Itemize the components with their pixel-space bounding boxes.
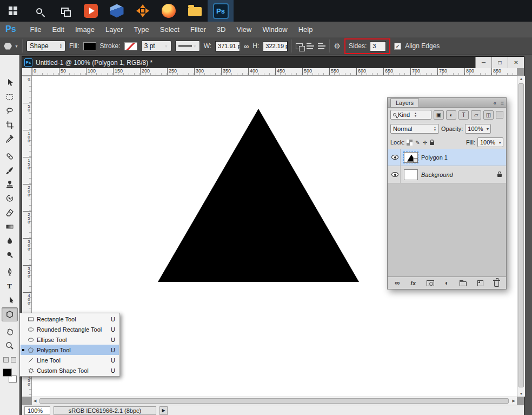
flyout-ellipse-tool[interactable]: Ellipse Tool U: [21, 334, 119, 345]
menu-select[interactable]: Select: [155, 22, 185, 37]
flyout-custom-shape-tool[interactable]: Custom Shape Tool U: [21, 365, 119, 376]
layer-name[interactable]: Polygon 1: [421, 154, 448, 161]
menu-layer[interactable]: Layer: [100, 22, 129, 37]
gradient-tool-button[interactable]: [2, 220, 18, 234]
file-explorer-app[interactable]: [182, 0, 208, 22]
zoom-tool-button[interactable]: [2, 339, 18, 353]
marquee-tool-button[interactable]: [2, 90, 18, 104]
close-button[interactable]: ✕: [508, 57, 524, 68]
layer-name[interactable]: Background: [421, 172, 453, 178]
tool-preset-picker[interactable]: ▼: [4, 43, 18, 50]
scroll-left-icon[interactable]: ◀: [34, 399, 36, 403]
scroll-right-icon[interactable]: ▶: [513, 399, 515, 403]
virtualbox-app[interactable]: [104, 0, 130, 22]
stroke-style-select[interactable]: ▼: [175, 41, 200, 51]
new-group-icon[interactable]: [460, 281, 467, 286]
collapse-panel-icon[interactable]: «: [494, 100, 497, 106]
status-options-button[interactable]: ▶: [159, 406, 168, 415]
polygon-shape[interactable]: [158, 109, 359, 282]
shape-width-input[interactable]: 371.91 px: [215, 41, 240, 51]
filter-shape-layers-button[interactable]: ▱: [471, 110, 481, 120]
adjustment-layer-icon[interactable]: ◐: [445, 279, 449, 287]
menu-type[interactable]: Type: [129, 22, 155, 37]
photoshop-app[interactable]: Ps: [208, 0, 234, 22]
horizontal-scrollbar[interactable]: ◀ ▶: [32, 397, 517, 405]
add-mask-icon[interactable]: [427, 280, 434, 286]
path-arrangement-button[interactable]: [318, 43, 325, 49]
menu-3d[interactable]: 3D: [211, 22, 231, 37]
stroke-width-select[interactable]: 3 pt ▼: [141, 41, 171, 51]
stroke-swatch[interactable]: [124, 42, 137, 50]
horizontal-scroll-thumb[interactable]: [39, 398, 509, 404]
lock-position-icon[interactable]: ✛: [423, 140, 427, 146]
document-titlebar[interactable]: Ps Untitled-1 @ 100% (Polygon 1, RGB/8) …: [22, 57, 524, 68]
filter-kind-select[interactable]: Kind ▲▼: [390, 110, 431, 120]
filter-smart-objects-button[interactable]: ◫: [483, 110, 494, 120]
layer-thumbnail[interactable]: [404, 152, 418, 163]
shape-height-input[interactable]: 322.19 px: [263, 41, 288, 51]
shape-tool-button[interactable]: [2, 307, 18, 321]
align-edges-checkbox[interactable]: ✓: [394, 43, 401, 50]
path-selection-tool-button[interactable]: [2, 293, 18, 307]
panel-menu-icon[interactable]: ≡: [501, 100, 504, 106]
filter-pixel-layers-button[interactable]: ▣: [434, 110, 444, 120]
blur-tool-button[interactable]: [2, 234, 18, 248]
layer-row-polygon-1[interactable]: Polygon 1: [388, 149, 506, 166]
menu-edit[interactable]: Edit: [47, 22, 70, 37]
fill-swatch[interactable]: [83, 42, 96, 50]
foreground-color-swatch[interactable]: [3, 368, 12, 377]
vertical-scroll-thumb[interactable]: [518, 83, 524, 387]
menu-filter[interactable]: Filter: [185, 22, 211, 37]
eyedropper-tool-button[interactable]: [2, 132, 18, 146]
link-dimensions-icon[interactable]: ∞: [244, 42, 249, 50]
pen-tool-button[interactable]: [2, 265, 18, 279]
layers-panel-header[interactable]: Layers « ≡: [388, 98, 506, 108]
maximize-button[interactable]: □: [491, 57, 508, 68]
path-alignment-button[interactable]: [307, 43, 314, 49]
firefox-app[interactable]: [156, 0, 182, 22]
flyout-rounded-rectangle-tool[interactable]: Rounded Rectangle Tool U: [21, 324, 119, 334]
filter-adjustment-layers-button[interactable]: ◐: [446, 110, 456, 120]
crop-tool-button[interactable]: [2, 118, 18, 132]
hand-tool-button[interactable]: [2, 325, 18, 339]
dodge-tool-button[interactable]: [2, 248, 18, 262]
visibility-cell[interactable]: [390, 166, 401, 183]
quick-mask-button[interactable]: [3, 357, 9, 363]
zoom-level-input[interactable]: 100%: [24, 406, 50, 415]
lock-transparency-icon[interactable]: [407, 140, 413, 146]
screen-mode-button[interactable]: [11, 357, 16, 363]
flyout-polygon-tool[interactable]: Polygon Tool U: [21, 345, 119, 355]
layer-row-background[interactable]: Background: [388, 166, 506, 183]
fill-opacity-select[interactable]: 100% ▼: [477, 137, 503, 147]
link-layers-icon[interactable]: ∞: [395, 280, 400, 286]
history-brush-tool-button[interactable]: [2, 192, 18, 206]
geometry-options-button[interactable]: ⚙: [334, 42, 341, 50]
layer-style-icon[interactable]: fx: [410, 280, 416, 286]
minimize-button[interactable]: ─: [475, 57, 491, 68]
media-player-app[interactable]: [78, 0, 104, 22]
visibility-cell[interactable]: [390, 149, 401, 166]
clone-stamp-tool-button[interactable]: [2, 177, 18, 192]
healing-brush-tool-button[interactable]: [2, 149, 18, 163]
vertical-scrollbar[interactable]: ▲ ▼: [517, 76, 525, 397]
lock-paint-icon[interactable]: ✎: [415, 140, 420, 146]
layer-thumbnail[interactable]: [404, 169, 418, 180]
move-arrows-app[interactable]: [130, 0, 156, 22]
menu-window[interactable]: Window: [257, 22, 292, 37]
filter-type-layers-button[interactable]: T: [458, 110, 469, 120]
lock-all-icon[interactable]: [430, 142, 434, 145]
flyout-line-tool[interactable]: Line Tool U: [21, 355, 119, 365]
scroll-up-icon[interactable]: ▲: [517, 77, 525, 81]
filter-toggle-switch[interactable]: [496, 111, 503, 118]
layers-tab[interactable]: Layers: [390, 98, 419, 107]
new-layer-icon[interactable]: [477, 280, 483, 286]
menu-image[interactable]: Image: [70, 22, 100, 37]
taskbar-search-button[interactable]: [26, 0, 52, 22]
type-tool-button[interactable]: T: [2, 279, 18, 293]
start-button[interactable]: [0, 0, 26, 22]
brush-tool-button[interactable]: [2, 163, 18, 177]
eraser-tool-button[interactable]: [2, 206, 18, 220]
blend-mode-select[interactable]: Normal ▲▼: [390, 124, 439, 134]
menu-help[interactable]: Help: [293, 22, 318, 37]
ruler-horizontal[interactable]: 0501001502002503003504004505005506006507…: [32, 68, 517, 76]
